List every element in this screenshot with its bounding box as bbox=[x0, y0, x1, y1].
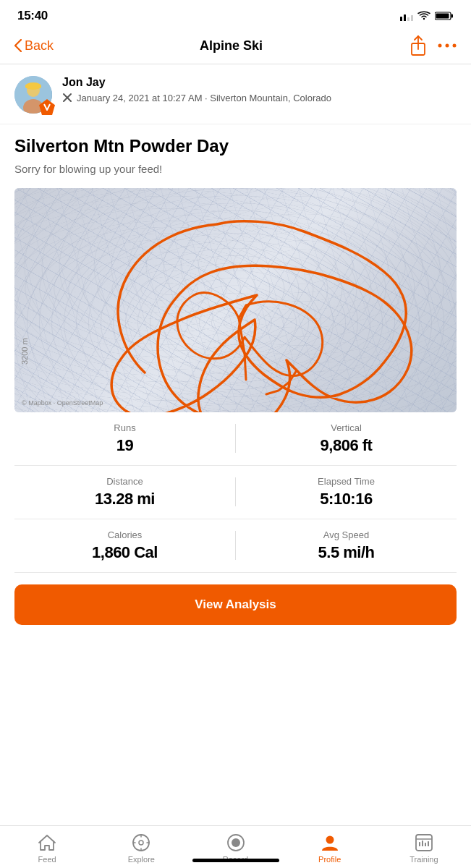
stats-row-1: Runs 19 Vertical 9,806 ft bbox=[14, 412, 457, 466]
map-attribution: © Mapbox · OpenStreetMap bbox=[22, 399, 103, 407]
nav-item-explore[interactable]: Explore bbox=[94, 833, 188, 864]
profile-name: Jon Jay bbox=[62, 76, 457, 89]
stat-runs: Runs 19 bbox=[14, 422, 235, 455]
svg-rect-27 bbox=[425, 843, 426, 846]
feed-label: Feed bbox=[38, 855, 56, 864]
brand-chevron-icon bbox=[42, 102, 52, 112]
stats-row-3: Calories 1,860 Cal Avg Speed 5.5 mi/h bbox=[14, 519, 457, 573]
profile-meta: January 24, 2021 at 10:27 AM · Silverton… bbox=[62, 92, 457, 105]
profile-date-location: January 24, 2021 at 10:27 AM · Silverton… bbox=[77, 92, 331, 105]
strava-x-icon bbox=[62, 93, 72, 103]
svg-rect-5 bbox=[451, 14, 454, 18]
status-icons bbox=[400, 11, 454, 21]
back-label: Back bbox=[25, 38, 54, 54]
stat-avg-speed: Avg Speed 5.5 mi/h bbox=[236, 529, 457, 562]
avatar-container bbox=[14, 76, 52, 114]
home-svg-icon bbox=[38, 834, 56, 851]
stats-section: Runs 19 Vertical 9,806 ft Distance 13.28… bbox=[0, 412, 471, 573]
svg-rect-6 bbox=[436, 14, 449, 19]
stat-runs-value: 19 bbox=[14, 436, 235, 455]
map-elevation-label: 3200 m bbox=[20, 338, 29, 365]
svg-rect-23 bbox=[416, 835, 432, 851]
stat-vertical-value: 9,806 ft bbox=[236, 436, 457, 455]
stat-distance: Distance 13.28 mi bbox=[14, 476, 235, 509]
status-bar: 15:40 bbox=[0, 0, 471, 29]
explore-label: Explore bbox=[128, 855, 155, 864]
stat-avg-speed-value: 5.5 mi/h bbox=[236, 543, 457, 562]
map-container[interactable]: 3200 m © Mapbox · OpenStreetMap bbox=[14, 188, 457, 412]
stat-vertical-label: Vertical bbox=[236, 422, 457, 433]
map-background: 3200 m © Mapbox · OpenStreetMap bbox=[14, 188, 457, 412]
nav-item-feed[interactable]: Feed bbox=[0, 833, 94, 864]
more-icon[interactable] bbox=[438, 43, 457, 48]
profile-section: Jon Jay January 24, 2021 at 10:27 AM · S… bbox=[0, 64, 471, 124]
share-icon[interactable] bbox=[409, 35, 428, 56]
stat-runs-label: Runs bbox=[14, 422, 235, 433]
stat-distance-value: 13.28 mi bbox=[14, 490, 235, 509]
nav-bar: Back Alpine Ski bbox=[0, 29, 471, 64]
training-icon bbox=[415, 833, 433, 852]
stat-elapsed-time-label: Elapsed Time bbox=[236, 476, 457, 487]
svg-point-21 bbox=[232, 838, 240, 847]
stat-calories-label: Calories bbox=[14, 529, 235, 540]
nav-title: Alpine Ski bbox=[200, 38, 263, 54]
explore-icon bbox=[132, 833, 150, 852]
stat-calories: Calories 1,860 Cal bbox=[14, 529, 235, 562]
svg-rect-15 bbox=[25, 85, 41, 88]
stat-avg-speed-label: Avg Speed bbox=[236, 529, 457, 540]
stats-row-2: Distance 13.28 mi Elapsed Time 5:10:16 bbox=[14, 466, 457, 519]
signal-icon bbox=[400, 11, 413, 21]
back-button[interactable]: Back bbox=[14, 38, 54, 54]
profile-label: Profile bbox=[318, 855, 341, 864]
svg-point-22 bbox=[326, 836, 334, 844]
activity-title-section: Silverton Mtn Powder Day Sorry for blowi… bbox=[0, 124, 471, 188]
nav-actions bbox=[409, 35, 457, 56]
svg-rect-28 bbox=[428, 841, 429, 846]
route-overlay bbox=[14, 188, 457, 412]
stat-calories-value: 1,860 Cal bbox=[14, 543, 235, 562]
svg-point-9 bbox=[446, 44, 449, 48]
svg-rect-1 bbox=[404, 14, 406, 21]
profile-icon bbox=[321, 833, 339, 852]
person-svg-icon bbox=[321, 833, 339, 852]
view-analysis-button[interactable]: View Analysis bbox=[14, 584, 457, 625]
activity-subtitle: Sorry for blowing up your feed! bbox=[14, 163, 457, 175]
battery-icon bbox=[435, 11, 454, 21]
activity-title: Silverton Mtn Powder Day bbox=[14, 136, 457, 157]
svg-rect-2 bbox=[407, 17, 410, 21]
stat-vertical: Vertical 9,806 ft bbox=[236, 422, 457, 455]
svg-point-10 bbox=[453, 44, 457, 48]
stat-elapsed-time-value: 5:10:16 bbox=[236, 490, 457, 509]
home-indicator bbox=[192, 859, 279, 862]
svg-rect-25 bbox=[419, 842, 420, 846]
stat-elapsed-time: Elapsed Time 5:10:16 bbox=[236, 476, 457, 509]
nav-item-profile[interactable]: Profile bbox=[283, 833, 377, 864]
training-svg-icon bbox=[415, 833, 433, 852]
profile-info: Jon Jay January 24, 2021 at 10:27 AM · S… bbox=[62, 76, 457, 105]
svg-rect-26 bbox=[422, 841, 423, 846]
svg-rect-3 bbox=[411, 15, 413, 21]
record-svg-icon bbox=[226, 833, 245, 852]
status-time: 15:40 bbox=[17, 9, 48, 23]
svg-rect-0 bbox=[400, 17, 402, 21]
back-chevron-icon bbox=[14, 39, 22, 52]
wifi-icon bbox=[417, 11, 430, 21]
training-label: Training bbox=[410, 855, 438, 864]
feed-icon bbox=[38, 833, 56, 852]
compass-svg-icon bbox=[132, 833, 150, 852]
record-icon bbox=[226, 833, 245, 852]
stat-distance-label: Distance bbox=[14, 476, 235, 487]
nav-item-training[interactable]: Training bbox=[377, 833, 471, 864]
svg-point-19 bbox=[139, 841, 143, 845]
svg-point-8 bbox=[438, 44, 442, 48]
